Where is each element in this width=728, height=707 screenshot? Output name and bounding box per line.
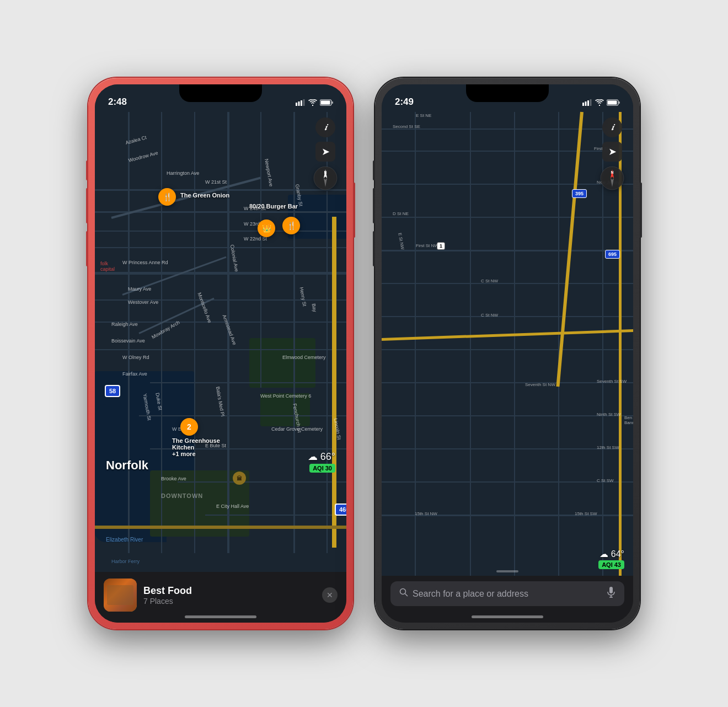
- weather-icon-1: ☁: [308, 451, 318, 462]
- pin-green-onion[interactable]: 🍴: [158, 188, 176, 206]
- direction-button-2[interactable]: ➤: [602, 142, 622, 162]
- c-st-nw: C St NW: [481, 278, 498, 283]
- i-395-badge: 395: [572, 189, 587, 198]
- notch-2: [466, 84, 549, 102]
- food-info: Best Food 7 Places: [143, 585, 315, 606]
- 12th-st-sw: 12th St SW: [597, 445, 619, 450]
- svg-line-23: [405, 594, 408, 597]
- temp-2: ☁ 64°: [598, 549, 624, 559]
- svg-rect-11: [582, 103, 584, 106]
- power-button-2[interactable]: [640, 183, 642, 238]
- label-greenhouse: The GreenhouseKitchen+1 more: [172, 437, 220, 457]
- svg-rect-13: [587, 100, 589, 106]
- d-st-ne: D St NE: [393, 211, 409, 216]
- weather-info-2: ☁ 64° AQI 43: [598, 549, 624, 569]
- first-st-nw: First St NW: [416, 243, 438, 248]
- battery-icon-1: [320, 99, 333, 108]
- svg-rect-24: [609, 587, 613, 593]
- compass-1: N: [313, 166, 338, 190]
- mute-button[interactable]: [86, 160, 88, 180]
- close-button[interactable]: ✕: [322, 587, 338, 603]
- svg-rect-5: [332, 101, 334, 104]
- pin-small[interactable]: 🏛: [233, 472, 246, 485]
- phone-1: 2:48: [88, 78, 353, 629]
- aqi-badge-1: AQI 30: [309, 464, 335, 473]
- svg-rect-14: [590, 99, 592, 106]
- route-badge-58: 58: [105, 385, 120, 397]
- signal-icon-2: [582, 99, 592, 108]
- map-norfolk[interactable]: Azalea Ct Woodrow Ave Harrington Ave W 2…: [95, 84, 346, 572]
- map-dc[interactable]: Second St SE First St SE New Jersey Firs…: [382, 84, 633, 576]
- temp-value-2: 64°: [611, 549, 624, 559]
- seventh-st-sw: Seventh St SW: [597, 379, 627, 384]
- svg-rect-2: [301, 100, 302, 106]
- screen-1: 2:48: [95, 84, 346, 623]
- food-subtitle: 7 Places: [143, 597, 315, 606]
- food-thumbnail: [104, 579, 137, 612]
- volume-down-button-2[interactable]: [373, 231, 375, 266]
- food-image: [104, 579, 137, 612]
- second-st-se: Second St SE: [393, 124, 420, 129]
- folk-capital-label: folkcapital: [100, 261, 115, 272]
- e-st-nw: E St NW: [397, 233, 405, 250]
- weather-icon-2: ☁: [599, 549, 608, 559]
- food-title: Best Food: [143, 585, 315, 597]
- svg-rect-16: [619, 101, 620, 104]
- seventh-st-nw: Seventh St NW: [525, 382, 555, 387]
- wifi-icon-2: [595, 99, 604, 108]
- c-st-nw-2: C St NW: [481, 313, 498, 318]
- svg-rect-17: [608, 101, 617, 105]
- search-placeholder: Search for a place or address: [413, 589, 528, 599]
- signal-icon-1: [296, 99, 306, 108]
- search-input-wrapper[interactable]: Search for a place or address: [390, 581, 624, 606]
- label-80-20: 80/20 Burger Bar: [249, 203, 298, 210]
- direction-button-1[interactable]: ➤: [315, 142, 335, 162]
- search-icon: [399, 588, 408, 599]
- e-st-ne: E St NE: [416, 113, 431, 118]
- 15th-st-sw: 15th St SW: [575, 511, 597, 516]
- info-button-2[interactable]: 𝑖: [602, 117, 622, 137]
- ben-banne-label: BenBanne...: [624, 415, 633, 425]
- svg-rect-12: [585, 101, 587, 106]
- svg-text:N: N: [324, 170, 326, 174]
- route-badge-460: 460: [335, 504, 346, 516]
- svg-rect-0: [296, 103, 297, 106]
- time-1: 2:48: [108, 97, 127, 108]
- drag-handle: [496, 570, 518, 572]
- screen-2: 2:49: [382, 84, 633, 623]
- mic-icon[interactable]: [607, 587, 615, 601]
- phone-2: 2:49: [375, 78, 640, 629]
- us-1-badge: 1: [437, 242, 445, 250]
- home-indicator-2[interactable]: [472, 615, 543, 618]
- time-2: 2:49: [395, 97, 414, 108]
- downtown-label: DOWNTOWN: [161, 492, 203, 499]
- i-695-badge: 695: [605, 250, 620, 259]
- svg-point-22: [400, 589, 406, 594]
- power-button[interactable]: [353, 183, 355, 238]
- elizabeth-river-label: Elizabeth River: [106, 537, 143, 543]
- pin-80-20[interactable]: 🍴: [282, 217, 300, 234]
- wifi-icon-1: [308, 99, 317, 108]
- svg-rect-3: [303, 99, 305, 106]
- harbor-ferry-label: Harbor Ferry: [111, 559, 140, 564]
- independence-ave: [382, 329, 633, 341]
- ninth-st-sw: Ninth St SW: [597, 412, 621, 417]
- aqi-badge-2: AQI 43: [598, 560, 624, 569]
- pin-extra-1[interactable]: 👑: [258, 219, 275, 237]
- pin-greenhouse-cluster[interactable]: 2: [180, 418, 198, 436]
- label-green-onion: The Green Onion: [180, 192, 229, 199]
- weather-info-1: ☁ 66° AQI 30: [308, 451, 335, 473]
- best-food-card[interactable]: Best Food 7 Places ✕: [104, 579, 338, 612]
- 15th-st-nw: 15th St NW: [415, 511, 437, 516]
- info-button-1[interactable]: 𝑖: [315, 117, 335, 137]
- status-icons-2: [582, 99, 620, 108]
- battery-icon-2: [607, 99, 620, 108]
- volume-down-button[interactable]: [86, 231, 88, 266]
- volume-up-button-2[interactable]: [373, 188, 375, 223]
- svg-rect-6: [321, 101, 330, 105]
- notch-1: [179, 84, 262, 102]
- home-indicator-1[interactable]: [185, 615, 256, 618]
- volume-up-button[interactable]: [86, 188, 88, 223]
- status-icons-1: [296, 99, 333, 108]
- mute-button-2[interactable]: [373, 160, 375, 180]
